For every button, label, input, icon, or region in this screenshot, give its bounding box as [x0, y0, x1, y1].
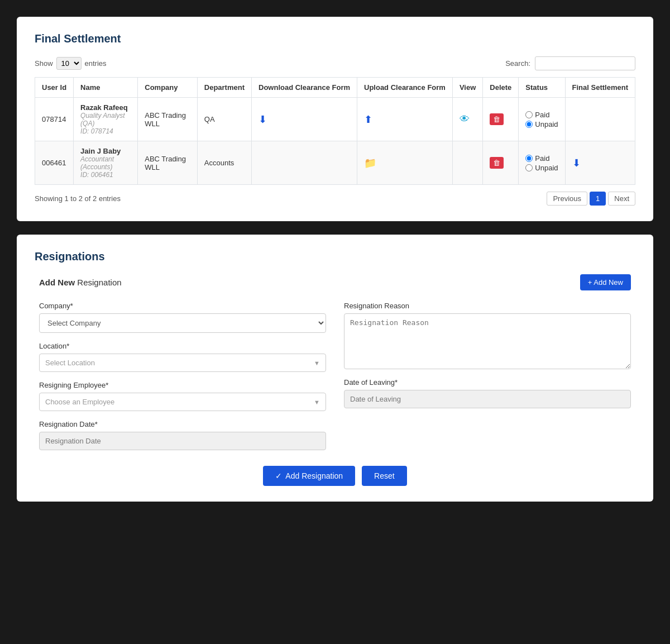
add-new-button[interactable]: + Add New [580, 274, 631, 290]
cell-user-id: 006461 [35, 141, 74, 185]
cell-delete: 🗑 [483, 98, 519, 141]
pagination-info: Showing 1 to 2 of 2 entries [35, 194, 121, 203]
location-label: Location* [39, 342, 326, 350]
resignation-reason-group: Resignation Reason [344, 302, 631, 369]
cell-download [252, 141, 357, 185]
show-entries-group: Show 10 25 50 entries [35, 57, 107, 70]
cell-company: ABC Trading WLL [138, 141, 198, 185]
status-unpaid-label[interactable]: Unpaid [525, 164, 558, 172]
form-header-prefix: Add New [39, 278, 75, 287]
resignation-form: Company* Select Company Location* Select… [39, 302, 631, 450]
employee-name: Razak Rafeeq [80, 103, 131, 112]
resignation-reason-label: Resignation Reason [344, 302, 631, 310]
prev-btn[interactable]: Previous [547, 192, 587, 206]
resignation-date-input [39, 432, 326, 450]
employee-placeholder: Choose an Employee [45, 398, 114, 406]
pagination-btns: Previous 1 Next [547, 192, 635, 206]
date-of-leaving-input [344, 390, 631, 408]
employee-select[interactable]: Choose an Employee ▼ [39, 393, 326, 411]
final-settlement-card: Final Settlement Show 10 25 50 entries S… [17, 17, 653, 221]
employee-arrow-icon: ▼ [314, 399, 320, 406]
view-icon[interactable]: 👁 [460, 113, 470, 125]
delete-icon[interactable]: 🗑 [490, 113, 504, 125]
cell-upload: 📁 [357, 141, 453, 185]
cell-department: QA [197, 98, 251, 141]
col-status: Status [519, 78, 565, 98]
status-unpaid-label[interactable]: Unpaid [525, 120, 558, 128]
location-placeholder: Select Location [45, 359, 95, 367]
cell-department: Accounts [197, 141, 251, 185]
status-unpaid-radio[interactable] [525, 121, 533, 128]
location-group: Location* Select Location ▼ [39, 342, 326, 372]
col-upload-clearance: Upload Clearance Form [357, 78, 453, 98]
add-resignation-label: Add Resignation [285, 471, 343, 480]
entries-select[interactable]: 10 25 50 [56, 57, 82, 70]
download-icon[interactable]: ⬇ [259, 113, 267, 126]
col-delete: Delete [483, 78, 519, 98]
table-row: 006461 Jain J Baby Accountant (Accounts)… [35, 141, 635, 185]
col-download-clearance: Download Clearance Form [252, 78, 357, 98]
search-label: Search: [505, 59, 530, 68]
next-btn[interactable]: Next [608, 192, 635, 206]
resignations-title: Resignations [35, 250, 635, 263]
cell-delete: 🗑 [483, 141, 519, 185]
folder-icon[interactable]: 📁 [364, 157, 376, 169]
cell-view: 👁 [452, 98, 482, 141]
delete-icon[interactable]: 🗑 [490, 157, 504, 169]
cell-final-settlement [565, 98, 635, 141]
location-select[interactable]: Select Location ▼ [39, 354, 326, 372]
cell-user-id: 078714 [35, 98, 74, 141]
resignation-reason-textarea[interactable] [344, 313, 631, 369]
col-user-id: User Id [35, 78, 74, 98]
col-name: Name [74, 78, 138, 98]
cell-name: Jain J Baby Accountant (Accounts) ID: 00… [74, 141, 138, 185]
pagination-area: Showing 1 to 2 of 2 entries Previous 1 N… [35, 192, 635, 206]
status-unpaid-radio[interactable] [525, 164, 533, 171]
employee-label: Resigning Employee* [39, 381, 326, 389]
location-arrow-icon: ▼ [314, 360, 320, 366]
col-department: Department [197, 78, 251, 98]
reset-button[interactable]: Reset [362, 466, 407, 486]
status-radio-group: Paid Unpaid [525, 154, 558, 172]
resignations-form-body: Add New Resignation + Add New Company* S… [35, 274, 635, 486]
status-paid-label[interactable]: Paid [525, 111, 558, 119]
section-header: Add New Resignation + Add New [39, 274, 631, 290]
status-paid-radio[interactable] [525, 111, 533, 118]
employee-id: ID: 078714 [80, 127, 131, 135]
page-1-btn[interactable]: 1 [590, 192, 606, 206]
search-input[interactable] [535, 56, 635, 70]
col-company: Company [138, 78, 198, 98]
settlement-icon[interactable]: ⬇ [572, 157, 581, 169]
resignation-date-label: Resignation Date* [39, 420, 326, 428]
employee-name: Jain J Baby [80, 147, 131, 155]
add-resignation-button[interactable]: ✓ Add Resignation [263, 466, 355, 486]
employee-group: Resigning Employee* Choose an Employee ▼ [39, 381, 326, 411]
entries-label: entries [85, 59, 107, 68]
table-row: 078714 Razak Rafeeq Quality Analyst (QA)… [35, 98, 635, 141]
table-controls: Show 10 25 50 entries Search: [35, 56, 635, 70]
status-radio-group: Paid Unpaid [525, 111, 558, 128]
status-paid-label[interactable]: Paid [525, 154, 558, 163]
status-paid-radio[interactable] [525, 155, 533, 162]
cell-name: Razak Rafeeq Quality Analyst (QA) ID: 07… [74, 98, 138, 141]
cell-upload: ⬆ [357, 98, 453, 141]
company-label: Company* [39, 302, 326, 310]
table-header-row: User Id Name Company Department Download… [35, 78, 635, 98]
date-of-leaving-label: Date of Leaving* [344, 378, 631, 387]
col-view: View [452, 78, 482, 98]
cell-status: Paid Unpaid [519, 98, 565, 141]
upload-icon[interactable]: ⬆ [364, 113, 372, 126]
form-header-title: Add New Resignation [39, 278, 122, 287]
cell-view [452, 141, 482, 185]
cell-download: ⬇ [252, 98, 357, 141]
cell-status: Paid Unpaid [519, 141, 565, 185]
date-of-leaving-group: Date of Leaving* [344, 378, 631, 408]
company-select[interactable]: Select Company [39, 313, 326, 333]
employee-id: ID: 006461 [80, 171, 131, 179]
final-settlement-table: User Id Name Company Department Download… [35, 77, 635, 185]
form-header-suffix: Resignation [77, 278, 121, 287]
resignation-date-group: Resignation Date* [39, 420, 326, 450]
search-area: Search: [505, 56, 635, 70]
employee-sub: Quality Analyst (QA) [80, 112, 131, 127]
employee-sub: Accountant (Accounts) [80, 155, 131, 171]
